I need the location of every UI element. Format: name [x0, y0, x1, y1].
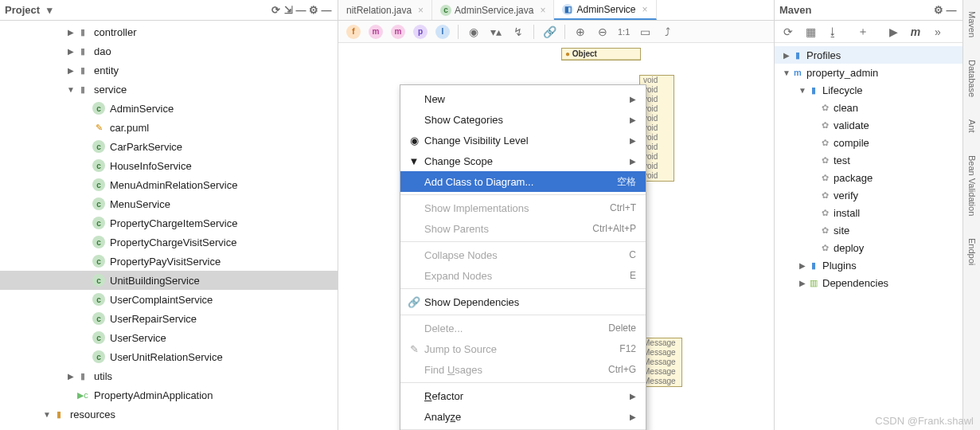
dropdown-icon[interactable]: ▾	[43, 4, 56, 17]
cm-add-class[interactable]: Add Class to Diagram... 空格	[400, 171, 646, 192]
tree-service-item[interactable]: cAdminService	[0, 99, 338, 118]
maven-profiles[interactable]: ▶ ▮ Profiles	[775, 46, 962, 64]
cm-change-visibility[interactable]: ◉ Change Visibility Level ▶	[400, 130, 646, 150]
cm-analyze[interactable]: Analyze ▶	[400, 406, 646, 427]
tree-service-item[interactable]: cMenuAdminRelationService	[0, 175, 338, 194]
maven-lifecycle[interactable]: ▼ ▮ Lifecycle	[775, 81, 962, 99]
side-tab-database[interactable]: Database	[967, 57, 977, 100]
tab-adminservice-diagram[interactable]: ◧ AdminService ×	[554, 0, 656, 20]
tree-service-item[interactable]: cMenuService	[0, 194, 338, 213]
tree-service-item[interactable]: cHouseInfoService	[0, 156, 338, 175]
download-icon[interactable]: ⭳	[826, 25, 840, 39]
layout-icon[interactable]: ↯	[511, 25, 525, 39]
scope-filter-icon[interactable]: ▾▴	[489, 25, 503, 39]
cm-show-dependencies[interactable]: 🔗 Show Dependencies	[400, 291, 646, 312]
visibility-icon[interactable]: ◉	[467, 25, 481, 39]
maven-phase[interactable]: ✿package	[775, 169, 962, 186]
tree-service-item[interactable]: cPropertyChargeItemService	[0, 213, 338, 233]
cm-show-categories[interactable]: Show Categories ▶	[400, 109, 646, 130]
tab-label: AdminService	[576, 4, 635, 15]
maven-dependencies[interactable]: ▶ ▥ Dependencies	[775, 274, 962, 291]
cm-separator	[400, 288, 646, 289]
maven-phase[interactable]: ✿test	[775, 151, 962, 169]
side-tab-endpoints[interactable]: Endpoi	[967, 235, 977, 268]
hide-icon[interactable]: ―	[945, 4, 958, 17]
maven-phase[interactable]: ✿verify	[775, 186, 962, 204]
tree-service-item[interactable]: cUserService	[0, 328, 338, 347]
maven-phase[interactable]: ✿deploy	[775, 239, 962, 256]
side-tab-ant[interactable]: Ant	[967, 116, 977, 136]
tree-service-item[interactable]: cUserUnitRelationService	[0, 347, 338, 366]
apply-layout-icon[interactable]: ⤴	[660, 25, 674, 39]
close-icon[interactable]: ×	[418, 5, 424, 16]
zoom-in-icon[interactable]: ⊕	[573, 25, 588, 39]
maven-phase[interactable]: ✿install	[775, 204, 962, 221]
cm-label: Show Dependencies	[424, 296, 519, 308]
maven-tree[interactable]: ▶ ▮ Profiles ▼ m property_admin ▼ ▮ Life…	[775, 43, 962, 430]
tree-service[interactable]: ▼ ▮ service	[0, 80, 338, 99]
maven-project[interactable]: ▼ m property_admin	[775, 64, 962, 81]
cm-separator	[400, 382, 646, 383]
tree-service-item-selected[interactable]: cUnitBuildingService	[0, 271, 338, 290]
execute-goal-icon[interactable]: m	[908, 25, 923, 39]
cm-show-implementations[interactable]: Show Implementations Ctrl+T	[400, 197, 646, 218]
refresh-icon[interactable]: ⟳	[781, 25, 795, 39]
maven-phase[interactable]: ✿validate	[775, 116, 962, 134]
cm-collapse-nodes[interactable]: Collapse Nodes C	[400, 244, 646, 265]
gear-icon[interactable]: ⚙	[307, 4, 320, 17]
filter-methods-icon[interactable]: m	[391, 25, 405, 39]
tree-controller[interactable]: ▶ ▮ controller	[0, 22, 338, 41]
cm-delete[interactable]: Delete... Delete	[400, 318, 646, 338]
tab-unitrelation[interactable]: nitRelation.java ×	[338, 0, 432, 20]
project-tree[interactable]: ▶ ▮ controller ▶ ▮ dao ▶ ▮ entity ▼ ▮ se…	[0, 21, 338, 430]
maven-phase[interactable]: ✿compile	[775, 134, 962, 151]
run-icon[interactable]: ▶	[886, 25, 900, 39]
uml-object-box[interactable]: ● Object	[561, 48, 641, 61]
cm-jump-to-source[interactable]: ✎ Jump to Source F12	[400, 338, 646, 359]
close-icon[interactable]: ×	[540, 5, 545, 16]
watermark: CSDN @Frank.shawl	[875, 415, 974, 427]
locate-icon[interactable]: ⟳	[269, 4, 282, 17]
add-icon[interactable]: ＋	[856, 25, 870, 39]
tree-app-class[interactable]: ▶c PropertyAdminApplication	[0, 385, 338, 405]
tab-adminservice-java[interactable]: c AdminService.java ×	[432, 0, 554, 20]
cm-change-scope[interactable]: ▼ Change Scope ▶	[400, 150, 646, 171]
zoom-actual-button[interactable]: 1:1	[618, 25, 630, 39]
cm-show-parents[interactable]: Show Parents Ctrl+Alt+P	[400, 218, 646, 239]
tree-service-item[interactable]: cCarParkService	[0, 137, 338, 156]
generate-sources-icon[interactable]: ▦	[803, 25, 818, 39]
cm-expand-nodes[interactable]: Expand Nodes E	[400, 265, 646, 286]
filter-constructors-icon[interactable]: m	[369, 25, 383, 39]
hide-icon[interactable]: ―	[320, 4, 333, 17]
side-tab-maven[interactable]: Maven	[967, 8, 977, 41]
tree-entity[interactable]: ▶ ▮ entity	[0, 61, 338, 80]
tree-service-item[interactable]: cPropertyChargeVisitService	[0, 233, 338, 252]
zoom-out-icon[interactable]: ⊖	[595, 25, 610, 39]
tree-utils[interactable]: ▶ ▮ utils	[0, 366, 338, 385]
tree-service-item[interactable]: cPropertyPayVisitService	[0, 252, 338, 271]
show-deps-icon[interactable]: 🔗	[542, 25, 556, 39]
cm-find-usages[interactable]: Find Usages Ctrl+G	[400, 359, 646, 380]
side-tab-bean-validation[interactable]: Bean Validation	[967, 152, 977, 219]
fit-content-icon[interactable]: ▭	[638, 25, 652, 39]
resources-folder-icon: ▮	[53, 408, 65, 420]
maven-plugins[interactable]: ▶ ▮ Plugins	[775, 256, 962, 274]
filter-properties-icon[interactable]: p	[413, 25, 428, 39]
maven-phase[interactable]: ✿site	[775, 221, 962, 239]
more-icon[interactable]: »	[931, 25, 945, 39]
cm-new[interactable]: New ▶	[400, 88, 646, 109]
maven-phase[interactable]: ✿clean	[775, 99, 962, 116]
tree-dao[interactable]: ▶ ▮ dao	[0, 41, 338, 61]
tree-service-item[interactable]: cUserComplaintService	[0, 290, 338, 309]
filter-fields-icon[interactable]: f	[346, 25, 361, 39]
tree-resources[interactable]: ▼ ▮ resources	[0, 405, 338, 424]
close-icon[interactable]: ×	[642, 4, 648, 15]
collapse-icon[interactable]: ―	[295, 4, 307, 17]
gear-icon[interactable]: ⚙	[932, 4, 945, 17]
cm-refactor[interactable]: Refactor ▶	[400, 385, 646, 406]
class-icon: c	[92, 274, 105, 287]
tree-service-item[interactable]: ✎car.puml	[0, 118, 338, 137]
expand-icon[interactable]: ⇲	[282, 4, 295, 17]
filter-inner-icon[interactable]: I	[435, 25, 450, 39]
tree-service-item[interactable]: cUserRepairService	[0, 309, 338, 328]
